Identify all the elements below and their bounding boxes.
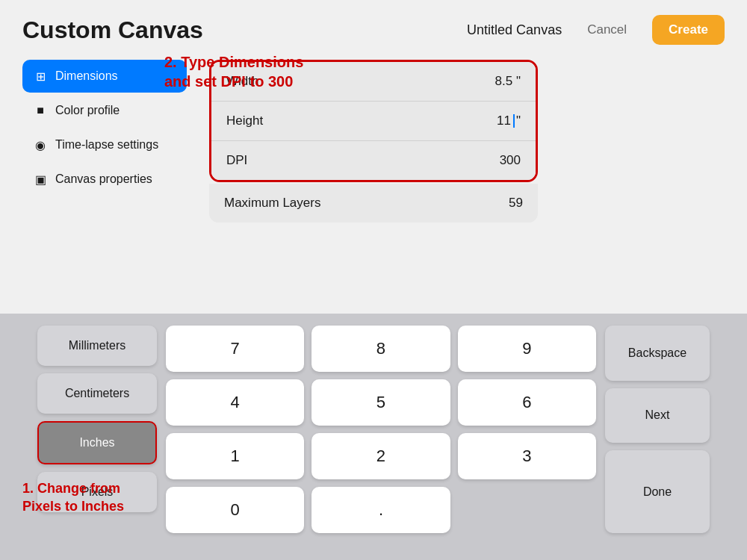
num-btn-8[interactable]: 8 bbox=[311, 326, 450, 372]
sidebar-label-color-profile: Color profile bbox=[55, 104, 120, 117]
sidebar-label-time-lapse: Time-lapse settings bbox=[55, 138, 158, 152]
max-layers-row: Maximum Layers 59 bbox=[209, 184, 538, 223]
unit-btn-inches[interactable]: Inches bbox=[37, 421, 157, 464]
num-btn-7[interactable]: 7 bbox=[166, 326, 304, 372]
color-profile-icon: ■ bbox=[33, 103, 48, 118]
num-btn-5[interactable]: 5 bbox=[311, 379, 450, 426]
num-btn-3[interactable]: 3 bbox=[458, 433, 596, 479]
canvas-properties-icon: ▣ bbox=[33, 172, 48, 187]
dimensions-panel: 2. Type Dimensions and set DPI to 300 Wi… bbox=[209, 60, 725, 223]
height-row: Height 11" bbox=[211, 102, 536, 141]
sidebar: ⊞Dimensions■Color profile◉Time-lapse set… bbox=[22, 60, 187, 223]
dpi-row: DPI 300 bbox=[211, 141, 536, 180]
unit-btn-millimeters[interactable]: Millimeters bbox=[37, 326, 157, 366]
keyboard-section: 1. Change from Pixels to Inches Millimet… bbox=[0, 314, 747, 560]
time-lapse-icon: ◉ bbox=[33, 137, 48, 152]
sidebar-item-canvas-properties[interactable]: ▣Canvas properties bbox=[22, 163, 187, 196]
number-grid: 7894561230. bbox=[166, 326, 596, 533]
cursor bbox=[513, 114, 515, 128]
num-btn-dot[interactable]: . bbox=[311, 487, 450, 533]
num-btn-9[interactable]: 9 bbox=[458, 326, 596, 372]
num-btn-0[interactable]: 0 bbox=[166, 487, 304, 533]
app-title: Custom Canvas bbox=[22, 16, 203, 44]
header-center: Untitled Canvas Cancel Create bbox=[467, 15, 725, 45]
dpi-label: DPI bbox=[226, 153, 247, 168]
max-layers-label: Maximum Layers bbox=[224, 196, 320, 211]
num-placeholder bbox=[458, 487, 596, 533]
annotation-dimensions: 2. Type Dimensions and set DPI to 300 bbox=[164, 52, 314, 91]
num-btn-1[interactable]: 1 bbox=[166, 433, 304, 479]
next-button[interactable]: Next bbox=[605, 388, 710, 444]
sidebar-item-time-lapse[interactable]: ◉Time-lapse settings bbox=[22, 128, 187, 161]
dimensions-icon: ⊞ bbox=[33, 69, 48, 84]
width-value: 8.5 " bbox=[495, 74, 521, 89]
cancel-button[interactable]: Cancel bbox=[577, 16, 637, 43]
annotation-keyboard: 1. Change from Pixels to Inches bbox=[22, 480, 127, 515]
height-label: Height bbox=[226, 113, 263, 128]
max-layers-value: 59 bbox=[509, 196, 523, 211]
backspace-button[interactable]: Backspace bbox=[605, 326, 710, 381]
sidebar-item-dimensions[interactable]: ⊞Dimensions bbox=[22, 60, 187, 93]
num-btn-6[interactable]: 6 bbox=[458, 379, 596, 426]
unit-btn-centimeters[interactable]: Centimeters bbox=[37, 373, 157, 414]
header: Custom Canvas Untitled Canvas Cancel Cre… bbox=[22, 15, 725, 45]
num-btn-4[interactable]: 4 bbox=[166, 379, 304, 426]
sidebar-label-dimensions: Dimensions bbox=[55, 69, 118, 83]
dpi-value: 300 bbox=[500, 153, 521, 168]
done-button[interactable]: Done bbox=[605, 450, 710, 533]
canvas-title: Untitled Canvas bbox=[467, 22, 562, 38]
action-column: BackspaceNextDone bbox=[605, 326, 710, 533]
create-button[interactable]: Create bbox=[652, 15, 725, 45]
sidebar-item-color-profile[interactable]: ■Color profile bbox=[22, 94, 187, 127]
top-section: Custom Canvas Untitled Canvas Cancel Cre… bbox=[0, 0, 747, 314]
sidebar-label-canvas-properties: Canvas properties bbox=[55, 172, 152, 186]
height-value: 11" bbox=[497, 113, 521, 128]
num-btn-2[interactable]: 2 bbox=[311, 433, 450, 479]
main-content: ⊞Dimensions■Color profile◉Time-lapse set… bbox=[22, 60, 725, 223]
keyboard-container: MillimetersCentimetersInchesPixels 78945… bbox=[37, 326, 710, 533]
